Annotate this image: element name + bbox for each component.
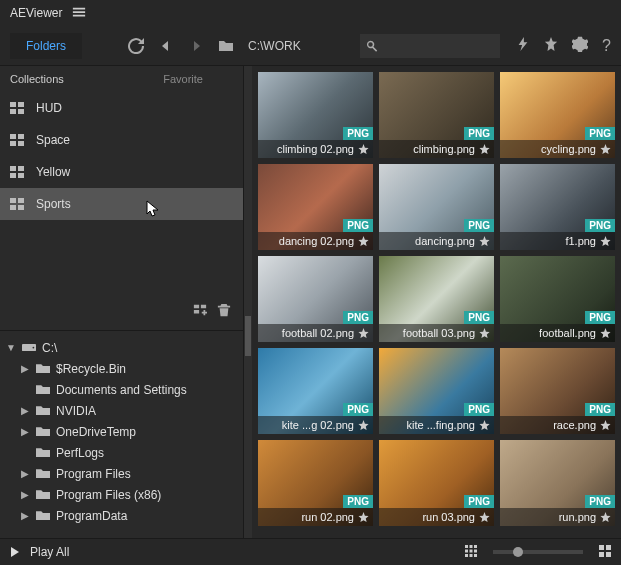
filetype-badge: PNG <box>585 495 615 508</box>
thumbnail[interactable]: PNGf1.png <box>500 164 615 250</box>
svg-rect-29 <box>599 552 604 557</box>
play-icon[interactable] <box>10 547 20 557</box>
chevron-right-icon[interactable]: ▶ <box>20 405 30 416</box>
star-icon[interactable] <box>479 512 490 523</box>
tree-item[interactable]: Documents and Settings <box>6 379 237 400</box>
help-icon[interactable]: ? <box>602 37 611 55</box>
filetype-badge: PNG <box>464 495 494 508</box>
thumbnail[interactable]: PNGrun 02.png <box>258 440 373 526</box>
star-icon[interactable] <box>358 512 369 523</box>
scrollbar-thumb[interactable] <box>245 316 251 356</box>
view-grid-small-icon[interactable] <box>465 545 477 560</box>
thumbnail[interactable]: PNGdancing 02.png <box>258 164 373 250</box>
thumbnail-footer: run 03.png <box>379 508 494 526</box>
favorite-label[interactable]: Favorite <box>163 73 203 85</box>
tree-item[interactable]: ▶ProgramData <box>6 505 237 526</box>
thumbnail-filename: cycling.png <box>504 143 596 155</box>
thumbnail[interactable]: PNGfootball 03.png <box>379 256 494 342</box>
chevron-right-icon[interactable]: ▶ <box>20 426 30 437</box>
thumbnail-footer: kite ...fing.png <box>379 416 494 434</box>
bolt-icon[interactable] <box>516 37 530 54</box>
svg-rect-11 <box>18 173 24 178</box>
tree-item[interactable]: ▶Program Files (x86) <box>6 484 237 505</box>
thumbnail[interactable]: PNGrun.png <box>500 440 615 526</box>
path-display[interactable]: C:\WORK <box>248 39 301 53</box>
search-icon <box>366 40 378 52</box>
star-icon[interactable] <box>600 236 611 247</box>
svg-rect-25 <box>470 554 473 557</box>
collection-item[interactable]: Space <box>0 124 243 156</box>
gear-icon[interactable] <box>572 36 588 55</box>
svg-rect-20 <box>474 545 477 548</box>
thumbnail[interactable]: PNGrace.png <box>500 348 615 434</box>
star-icon[interactable] <box>358 328 369 339</box>
thumbnail-footer: dancing 02.png <box>258 232 373 250</box>
drive-icon <box>22 342 36 353</box>
collection-item[interactable]: Yellow <box>0 156 243 188</box>
trash-icon[interactable] <box>217 303 231 320</box>
collection-item[interactable]: Sports <box>0 188 243 220</box>
star-icon[interactable] <box>544 37 558 54</box>
thumbnail[interactable]: PNGfootball 02.png <box>258 256 373 342</box>
tree-item[interactable]: ▶$Recycle.Bin <box>6 358 237 379</box>
thumbnail[interactable]: PNGrun 03.png <box>379 440 494 526</box>
tree-root[interactable]: ▼ C:\ <box>6 337 237 358</box>
search-input[interactable] <box>360 34 500 58</box>
folder-icon <box>36 510 50 521</box>
zoom-slider[interactable] <box>493 550 583 554</box>
thumbnail-footer: climbing.png <box>379 140 494 158</box>
tree-item-label: ProgramData <box>56 509 127 523</box>
chevron-right-icon[interactable]: ▶ <box>20 510 30 521</box>
view-grid-large-icon[interactable] <box>599 545 611 560</box>
thumbnail[interactable]: PNGclimbing.png <box>379 72 494 158</box>
thumbnail-filename: run 02.png <box>262 511 354 523</box>
chevron-right-icon[interactable]: ▶ <box>20 489 30 500</box>
refresh-icon[interactable] <box>124 34 148 58</box>
tab-folders[interactable]: Folders <box>10 33 82 59</box>
back-arrow-icon[interactable] <box>154 34 178 58</box>
thumbnail[interactable]: PNGkite ...g 02.png <box>258 348 373 434</box>
folder-icon <box>36 426 50 437</box>
star-icon[interactable] <box>479 144 490 155</box>
hamburger-menu-icon[interactable] <box>72 5 86 21</box>
star-icon[interactable] <box>358 420 369 431</box>
forward-arrow-icon[interactable] <box>184 34 208 58</box>
star-icon[interactable] <box>479 236 490 247</box>
svg-rect-23 <box>474 549 477 552</box>
star-icon[interactable] <box>358 236 369 247</box>
add-collection-icon[interactable] <box>193 303 207 320</box>
chevron-down-icon[interactable]: ▼ <box>6 342 16 353</box>
star-icon[interactable] <box>479 420 490 431</box>
tree-item[interactable]: PerfLogs <box>6 442 237 463</box>
tree-item[interactable]: ▶Program Files <box>6 463 237 484</box>
tree-item[interactable]: ▶NVIDIA <box>6 400 237 421</box>
tree-item-label: OneDriveTemp <box>56 425 136 439</box>
zoom-slider-thumb[interactable] <box>513 547 523 557</box>
thumbnail[interactable]: PNGfootball.png <box>500 256 615 342</box>
star-icon[interactable] <box>600 420 611 431</box>
grid-icon <box>10 134 24 146</box>
tree-item[interactable]: ▶OneDriveTemp <box>6 421 237 442</box>
star-icon[interactable] <box>600 328 611 339</box>
thumbnail-filename: dancing.png <box>383 235 475 247</box>
star-icon[interactable] <box>358 144 369 155</box>
star-icon[interactable] <box>600 512 611 523</box>
chevron-right-icon[interactable]: ▶ <box>20 468 30 479</box>
filetype-badge: PNG <box>585 219 615 232</box>
folder-icon[interactable] <box>214 34 238 58</box>
bottombar: Play All <box>0 538 621 565</box>
tree-root-label: C:\ <box>42 341 57 355</box>
thumbnail[interactable]: PNGclimbing 02.png <box>258 72 373 158</box>
thumbnail-footer: run.png <box>500 508 615 526</box>
star-icon[interactable] <box>479 328 490 339</box>
star-icon[interactable] <box>600 144 611 155</box>
scrollbar[interactable] <box>244 66 252 538</box>
thumbnail-footer: dancing.png <box>379 232 494 250</box>
collection-item[interactable]: HUD <box>0 92 243 124</box>
thumbnail[interactable]: PNGcycling.png <box>500 72 615 158</box>
thumbnail[interactable]: PNGkite ...fing.png <box>379 348 494 434</box>
chevron-right-icon[interactable]: ▶ <box>20 363 30 374</box>
thumbnail-area: PNGclimbing 02.pngPNGclimbing.pngPNGcycl… <box>244 66 621 538</box>
thumbnail[interactable]: PNGdancing.png <box>379 164 494 250</box>
play-all-button[interactable]: Play All <box>30 545 69 559</box>
